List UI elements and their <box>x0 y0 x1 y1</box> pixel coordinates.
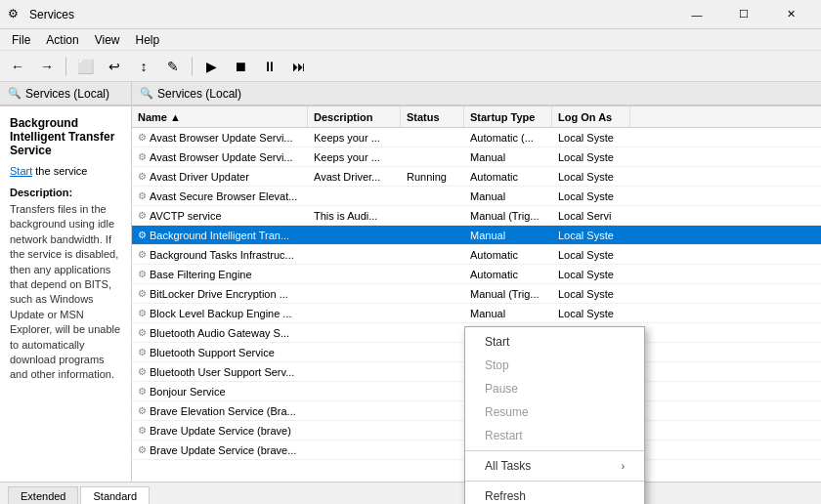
context-menu-item-stop: Stop <box>465 354 644 377</box>
panel-headers: 🔍 Services (Local) 🔍 Services (Local) <box>0 82 821 106</box>
submenu-arrow: › <box>622 461 625 472</box>
menu-help[interactable]: Help <box>128 31 168 49</box>
tab-extended[interactable]: Extended <box>8 486 78 504</box>
maximize-button[interactable]: ☐ <box>721 0 766 29</box>
service-icon: ⚙ <box>138 288 147 299</box>
service-icon: ⚙ <box>138 269 147 279</box>
content-area: Name ▲ Description Status Startup Type L… <box>132 106 821 482</box>
right-panel-label: Services (Local) <box>157 87 241 101</box>
sidebar-link-text: the service <box>32 165 87 177</box>
table-row[interactable]: ⚙Avast Browser Update Servi... Keeps you… <box>132 147 821 167</box>
panel-icon-left: 🔍 <box>8 87 22 100</box>
table-row[interactable]: ⚙Block Level Backup Engine ... Manual Lo… <box>132 304 821 323</box>
table-row[interactable]: ⚙Avast Browser Update Servi... Keeps you… <box>132 128 821 147</box>
context-menu-item-restart: Restart <box>465 424 644 447</box>
sidebar-start-link[interactable]: Start <box>10 165 32 177</box>
restart-button-toolbar[interactable]: ⏭ <box>285 54 313 79</box>
service-icon: ⚙ <box>138 132 147 143</box>
toolbar: ← → ⬜ ↩ ↕ ✎ ▶ ⏹ ⏸ ⏭ <box>0 51 821 82</box>
toolbar-separator-2 <box>192 57 193 76</box>
left-panel-label: Services (Local) <box>25 87 109 101</box>
table-row[interactable]: ⚙Background Intelligent Tran... Manual L… <box>132 226 821 245</box>
sidebar: Background Intelligent Transfer Service … <box>0 106 132 482</box>
context-menu: StartStopPauseResumeRestartAll Tasks›Ref… <box>464 326 645 504</box>
refresh-button[interactable]: ↩ <box>101 54 128 79</box>
sidebar-start-link-container: Start the service <box>10 165 121 177</box>
tabs-bar: Extended Standard <box>0 482 821 504</box>
menu-file[interactable]: File <box>4 31 38 49</box>
context-menu-separator <box>465 481 644 482</box>
column-startup-type[interactable]: Startup Type <box>464 106 552 127</box>
left-panel-header: 🔍 Services (Local) <box>0 82 132 105</box>
context-menu-item-resume: Resume <box>465 400 644 424</box>
context-menu-separator <box>465 450 644 451</box>
table-header: Name ▲ Description Status Startup Type L… <box>132 106 821 128</box>
sidebar-service-name: Background Intelligent Transfer Service <box>10 116 121 157</box>
service-icon: ⚙ <box>138 171 147 182</box>
service-icon: ⚙ <box>138 308 147 318</box>
tab-standard[interactable]: Standard <box>80 486 150 504</box>
menu-bar: File Action View Help <box>0 29 821 51</box>
context-menu-item-start[interactable]: Start <box>465 330 644 354</box>
sidebar-desc-label: Description: <box>10 187 121 198</box>
table-row[interactable]: ⚙Avast Driver Updater Avast Driver... Ru… <box>132 167 821 187</box>
table-row[interactable]: ⚙Base Filtering Engine Automatic Local S… <box>132 265 821 284</box>
service-icon: ⚙ <box>138 327 147 338</box>
service-icon: ⚙ <box>138 405 147 416</box>
table-row[interactable]: ⚙AVCTP service This is Audi... Manual (T… <box>132 206 821 226</box>
service-icon: ⚙ <box>138 444 147 455</box>
column-status[interactable]: Status <box>401 106 464 127</box>
sidebar-desc-text: Transfers files in the background using … <box>10 202 121 383</box>
window-title: Services <box>29 8 674 21</box>
menu-action[interactable]: Action <box>38 31 86 49</box>
table-row[interactable]: ⚙Avast Secure Browser Elevat... Manual L… <box>132 187 821 206</box>
stop-button-toolbar[interactable]: ⏹ <box>227 54 254 79</box>
service-icon: ⚙ <box>138 230 147 240</box>
pause-button[interactable]: ⏸ <box>256 54 283 79</box>
toolbar-separator-1 <box>65 57 66 76</box>
service-icon: ⚙ <box>138 190 147 201</box>
export-button[interactable]: ↕ <box>130 54 157 79</box>
right-panel-header: 🔍 Services (Local) <box>132 82 821 105</box>
close-button[interactable]: ✕ <box>768 0 813 29</box>
table-row[interactable]: ⚙BitLocker Drive Encryption ... Manual (… <box>132 284 821 304</box>
column-name[interactable]: Name ▲ <box>132 106 308 127</box>
service-icon: ⚙ <box>138 249 147 260</box>
column-logon[interactable]: Log On As <box>552 106 630 127</box>
service-icon: ⚙ <box>138 425 147 436</box>
minimize-button[interactable]: — <box>674 0 719 29</box>
back-button[interactable]: ← <box>4 54 31 79</box>
main-container: Background Intelligent Transfer Service … <box>0 106 821 482</box>
properties-button[interactable]: ✎ <box>159 54 187 79</box>
column-description[interactable]: Description <box>308 106 401 127</box>
menu-view[interactable]: View <box>87 31 128 49</box>
context-menu-item-all-tasks[interactable]: All Tasks› <box>465 454 644 478</box>
service-icon: ⚙ <box>138 210 147 221</box>
up-button[interactable]: ⬜ <box>71 54 99 79</box>
context-menu-item-refresh[interactable]: Refresh <box>465 484 644 504</box>
app-icon: ⚙ <box>8 7 23 22</box>
play-button[interactable]: ▶ <box>197 54 225 79</box>
title-bar: ⚙ Services — ☐ ✕ <box>0 0 821 29</box>
forward-button[interactable]: → <box>33 54 61 79</box>
context-menu-item-pause: Pause <box>465 377 644 400</box>
panel-icon-right: 🔍 <box>140 87 153 100</box>
table-row[interactable]: ⚙Background Tasks Infrastruc... Automati… <box>132 245 821 265</box>
window-controls: — ☐ ✕ <box>674 0 813 29</box>
service-icon: ⚙ <box>138 347 147 357</box>
service-icon: ⚙ <box>138 151 147 162</box>
service-icon: ⚙ <box>138 366 147 377</box>
service-icon: ⚙ <box>138 386 147 397</box>
